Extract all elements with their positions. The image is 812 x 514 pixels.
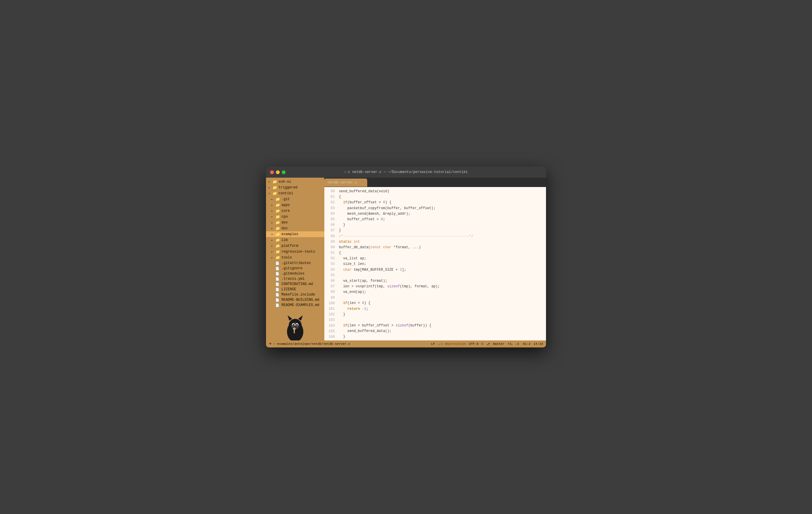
close-button[interactable] — [270, 170, 274, 174]
code-container[interactable]: 8081828384858687888990919293949596979899… — [324, 187, 546, 340]
sidebar-item-.gitattributes[interactable]: 📄.gitattributes — [266, 260, 324, 266]
traffic-lights — [270, 170, 286, 174]
item-label: platform — [282, 244, 298, 248]
code-line[interactable]: len = vsnprintf(tmp, sizeof(tmp), format… — [338, 284, 546, 289]
code-line[interactable]: send_buffered_data(); — [338, 329, 546, 334]
line-number: 97 — [324, 284, 338, 289]
cursor-position: +3, -3 91:2 — [508, 342, 530, 346]
sidebar-item-dev[interactable]: ▸📁dev — [266, 220, 324, 226]
line-numbers: 8081828384858687888990919293949596979899… — [324, 187, 338, 340]
file-icon: 📄 — [276, 293, 281, 297]
code-line[interactable]: va_end(ap); — [338, 289, 546, 295]
folder-arrow: ▸ — [271, 204, 276, 207]
file-type-icon: c — [344, 170, 346, 174]
folder-icon: 📁 — [272, 185, 278, 190]
sidebar-item-triggered[interactable]: ▸📁triggered — [266, 184, 324, 191]
maximize-button[interactable] — [282, 170, 286, 174]
charset: UTF-8 — [469, 342, 478, 346]
code-line[interactable]: buffer_offset = 0; — [338, 217, 546, 222]
item-label: examples — [282, 232, 298, 236]
folder-icon: 📁 — [276, 215, 281, 219]
item-label: README-EXAMPLES.md — [282, 303, 319, 307]
code-line[interactable]: } — [338, 222, 546, 228]
code-line[interactable]: va_list ap; — [338, 256, 546, 261]
sidebar-item-core[interactable]: ▸📁core — [266, 208, 324, 214]
folder-icon: 📁 — [272, 179, 278, 184]
sidebar-item-lib[interactable]: ▸📁lib — [266, 237, 324, 243]
sidebar-item-Makefile.include[interactable]: 📄Makefile.include — [266, 292, 324, 297]
line-number: 86 — [324, 222, 338, 228]
code-line[interactable]: packetbuf_copyfrom(buffer, buffer_offset… — [338, 206, 546, 211]
item-label: tools — [282, 256, 292, 260]
sidebar-item-.git[interactable]: ▸📁.git — [266, 196, 324, 202]
sidebar-item-examples[interactable]: ▾📁examples — [266, 231, 324, 237]
code-line[interactable] — [338, 273, 546, 278]
code-line[interactable] — [338, 317, 546, 323]
line-number: 105 — [324, 329, 338, 334]
main-window: c c netdb-server.c — ~/Documents/pervasi… — [266, 167, 546, 347]
code-line[interactable]: { — [338, 194, 546, 200]
code-line[interactable]: size_t len; — [338, 261, 546, 267]
minimize-button[interactable] — [276, 170, 280, 174]
folder-icon: 📁 — [276, 255, 281, 260]
tab-bar: netdb-server.c × — [324, 178, 546, 187]
code-line[interactable]: } — [338, 312, 546, 317]
item-label: cpu — [282, 215, 288, 219]
folder-arrow: ▸ — [271, 209, 276, 213]
file-icon: 📄 — [276, 298, 281, 302]
code-line[interactable]: } — [338, 334, 546, 340]
sidebar-item-.gitmodules[interactable]: 📄.gitmodules — [266, 271, 324, 276]
sidebar-item-xuh-ui[interactable]: ▸📁xuh-ui — [266, 179, 324, 184]
item-label: .gitignore — [282, 266, 302, 270]
code-line[interactable]: return -1; — [338, 306, 546, 312]
code-line[interactable]: if(len + buffer_offset > sizeof(buffer))… — [338, 323, 546, 329]
svg-point-10 — [293, 327, 296, 330]
folder-arrow: ▸ — [271, 221, 276, 224]
code-line[interactable]: send_buffered_data(void) — [338, 189, 546, 194]
add-button[interactable]: + — [269, 341, 272, 347]
code-line[interactable]: buffer_db_data(const char *format, ...) — [338, 245, 546, 250]
file-icon: 📄 — [276, 267, 281, 270]
file-tree[interactable]: ▸📁xuh-ui▸📁triggered▾📁contiki▸📁.git▸📁apps… — [266, 178, 324, 308]
sidebar-item-regression-tests[interactable]: ▸📁regression-tests — [266, 249, 324, 255]
time: 14:33 — [533, 342, 543, 346]
line-number: 100 — [324, 301, 338, 306]
code-line[interactable]: /*--------------------------------------… — [338, 234, 546, 239]
sidebar-item-.gitignore[interactable]: 📄.gitignore — [266, 266, 324, 271]
code-line[interactable]: char tmp[MAX_BUFFER_SIZE + 1]; — [338, 267, 546, 273]
item-label: README-BUILDING.md — [282, 298, 319, 302]
item-label: .git — [282, 197, 290, 201]
sidebar-item-.travis.yml[interactable]: 📄.travis.yml — [266, 276, 324, 282]
code-line[interactable] — [338, 295, 546, 301]
svg-marker-3 — [298, 315, 303, 321]
code-line[interactable]: if(len < 0) { — [338, 301, 546, 306]
sidebar-item-cpu[interactable]: ▸📁cpu — [266, 214, 324, 220]
code-editor[interactable]: send_buffered_data(void){ if(buffer_offs… — [338, 187, 546, 340]
sidebar-item-tools[interactable]: ▸📁tools — [266, 255, 324, 260]
tab-close-button[interactable]: × — [359, 180, 364, 184]
sidebar-item-apps[interactable]: ▸📁apps — [266, 202, 324, 208]
code-line[interactable]: } — [338, 228, 546, 233]
code-line[interactable]: if(buffer_offset > 0) { — [338, 200, 546, 205]
code-line[interactable]: static int — [338, 239, 546, 245]
sidebar-item-platform[interactable]: ▸📁platform — [266, 243, 324, 249]
sidebar-item-LICENSE[interactable]: 📄LICENSE — [266, 287, 324, 292]
item-label: CONTRIBUTING.md — [282, 282, 313, 286]
title-text: c netdb-server.c — ~/Documents/pervasive… — [348, 170, 468, 174]
item-label: apps — [282, 203, 290, 207]
code-line[interactable]: mesh_send(&mesh, &reply_addr); — [338, 211, 546, 217]
sidebar-item-README-BUILDING.md[interactable]: 📄README-BUILDING.md — [266, 297, 324, 303]
item-label: regression-tests — [282, 250, 315, 254]
sidebar-item-CONTRIBUTING.md[interactable]: 📄CONTRIBUTING.md — [266, 282, 324, 287]
sidebar-item-README-EXAMPLES.md[interactable]: 📄README-EXAMPLES.md — [266, 303, 324, 308]
branch-icon: ⎇ — [486, 342, 490, 346]
code-line[interactable]: { — [338, 250, 546, 256]
line-number: 101 — [324, 306, 338, 312]
sidebar-item-contiki[interactable]: ▾📁contiki — [266, 191, 324, 196]
code-line[interactable]: va_start(ap, format); — [338, 278, 546, 284]
folder-arrow: ▸ — [271, 245, 276, 248]
sidebar-item-doc[interactable]: ▸📁doc — [266, 226, 324, 231]
item-label: Makefile.include — [282, 293, 315, 297]
active-tab[interactable]: netdb-server.c × — [324, 178, 367, 187]
line-number: 88 — [324, 234, 338, 239]
